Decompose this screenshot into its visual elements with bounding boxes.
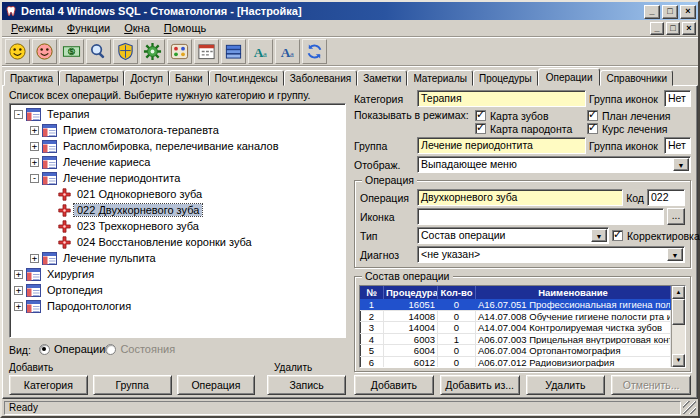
scroll-thumb[interactable] [672,299,685,325]
tree-item[interactable]: +Прием стоматолога-терапевта [11,122,344,138]
operation-field[interactable]: Двухкорневого зуба [417,189,623,206]
mdi-minimize-button[interactable]: _ [650,22,664,35]
tab-2[interactable]: Параметры [59,70,124,86]
table-row[interactable]: 1160510A16.07.051 Профессиональная гигие… [360,299,671,311]
checkbox-icon[interactable] [587,123,598,134]
composition-add-button[interactable]: Добавить [354,375,434,395]
diagnosis-combo[interactable]: <не указан> [417,246,685,263]
tree-item[interactable]: 022 Двухкорневого зуба [11,202,344,218]
checkbox-icon[interactable] [587,110,598,121]
tree-expander-icon[interactable]: + [14,286,23,295]
dropdown-arrow-icon[interactable] [673,158,689,171]
menu-item-3[interactable]: Окна [117,21,157,35]
tree-item[interactable]: -Лечение периодонтита [11,170,344,186]
mdi-restore-button[interactable]: □ [666,22,680,35]
correction-checkbox[interactable]: Корректировка [612,230,700,242]
table-row[interactable]: 3140040A14.07.004 Контролируемая чистка … [360,322,671,334]
table-row[interactable]: 460031A06.07.003 Прицельная внутриротова… [360,334,671,346]
icon-browse-button[interactable]: ... [667,208,685,225]
tree-item[interactable]: +Лечение пульпита [11,250,344,266]
maximize-button[interactable]: □ [662,5,678,19]
tree-item[interactable]: +Хирургия [11,266,344,282]
scroll-down-icon[interactable] [672,354,685,367]
settings-gear-icon[interactable] [140,39,165,64]
tree-expander-icon[interactable]: + [14,270,23,279]
add-operation-button[interactable]: Операция [177,375,256,395]
minimize-button[interactable]: _ [644,5,660,19]
tree-expander-icon[interactable]: + [30,142,39,151]
tab-7[interactable]: Заметки [357,70,407,86]
mode-checkbox[interactable]: Курс лечения [587,122,693,135]
view-option[interactable]: Операции [39,343,105,355]
tab-10[interactable]: Операции [538,68,601,86]
column-header[interactable]: Процедура [384,286,438,299]
table-row[interactable]: 560040A06.07.004 Ортопантомография [360,345,671,357]
tree-expander-icon[interactable]: + [14,302,23,311]
icon-field[interactable] [417,208,664,225]
tree-item[interactable]: -Терапия [11,106,344,122]
category-field[interactable]: Терапия [417,90,586,107]
delete-record-button[interactable]: Запись [267,375,346,395]
security-shield-icon[interactable] [113,39,138,64]
resize-grip[interactable] [683,401,696,414]
tree-item[interactable]: +Лечение кариеса [11,154,344,170]
payments-dollar-icon[interactable]: $ [59,39,84,64]
font-large-icon[interactable]: Aa [248,39,273,64]
composition-add-from-button[interactable]: Добавить из... [440,375,520,395]
scroll-up-icon[interactable] [672,286,685,299]
materials-stack-icon[interactable] [221,39,246,64]
tree-expander-icon[interactable]: + [30,158,39,167]
tree-expander-icon[interactable]: - [14,110,23,119]
tree-expander-icon[interactable]: + [30,254,39,263]
mode-checkbox[interactable]: План лечения [587,109,693,122]
mode-checkbox[interactable]: Карта пародонта [475,122,581,135]
mdi-close-button[interactable]: × [682,22,696,35]
tree-item[interactable]: 021 Однокорневого зуба [11,186,344,202]
practice-smiley-icon[interactable] [5,39,30,64]
scroll-track[interactable] [672,325,685,354]
tab-3[interactable]: Доступ [124,70,169,86]
menu-item-2[interactable]: Функции [60,21,117,35]
checkbox-icon[interactable] [475,123,486,134]
tree-item[interactable]: +Пародонтология [11,298,344,314]
operations-tree[interactable]: -Терапия+Прием стоматолога-терапевта+Рас… [9,103,346,338]
menu-item-4[interactable]: Помощь [157,21,214,35]
tab-9[interactable]: Процедуры [473,70,538,86]
menu-item-1[interactable]: Режимы [4,21,60,35]
tree-item[interactable]: 023 Трехкорневого зуба [11,218,344,234]
tree-expander-icon[interactable]: + [30,126,39,135]
checkbox-icon[interactable] [475,110,486,121]
tab-4[interactable]: Банки [169,70,209,86]
column-header[interactable]: Наименование [476,286,671,299]
group-field[interactable]: Лечение периодонтита [417,137,586,154]
icon-group-field-2[interactable]: Нет [664,137,691,154]
radio-icon[interactable] [105,344,116,355]
close-button[interactable]: × [680,5,696,19]
checkbox-icon[interactable] [612,230,623,241]
table-row[interactable]: 2140080A14.07.008 Обучение гигиене полос… [360,311,671,323]
icon-group-field-1[interactable]: Нет [664,90,691,107]
tree-item[interactable]: 024 Восстановление коронки зуба [11,234,344,250]
code-field[interactable]: 022 [647,189,685,206]
schedule-calendar-icon[interactable] [194,39,219,64]
tab-8[interactable]: Материалы [407,70,473,86]
tree-expander-icon[interactable]: - [30,174,39,183]
tab-1[interactable]: Практика [4,70,59,86]
column-header[interactable]: Кол-во [438,286,476,299]
view-option[interactable]: Состояния [105,343,175,355]
refresh-icon[interactable] [302,39,327,64]
table-scrollbar[interactable] [671,286,685,367]
tab-11[interactable]: Справочники [600,70,673,86]
radio-icon[interactable] [39,344,50,355]
dropdown-arrow-icon[interactable] [667,248,683,261]
tab-5[interactable]: Почт.индексы [209,70,284,86]
add-group-button[interactable]: Группа [93,375,172,395]
patients-smiley-icon[interactable] [32,39,57,64]
dropdown-arrow-icon[interactable] [591,229,607,242]
tree-item[interactable]: +Ортопедия [11,282,344,298]
tree-item[interactable]: +Распломбировка, перелечивание каналов [11,138,344,154]
column-header[interactable]: № [360,286,384,299]
tab-6[interactable]: Заболевания [284,70,357,86]
display-combo[interactable]: Выпадающее меню [417,156,691,173]
table-row[interactable]: 660120A06.07.012 Радиовизиография [360,357,671,368]
